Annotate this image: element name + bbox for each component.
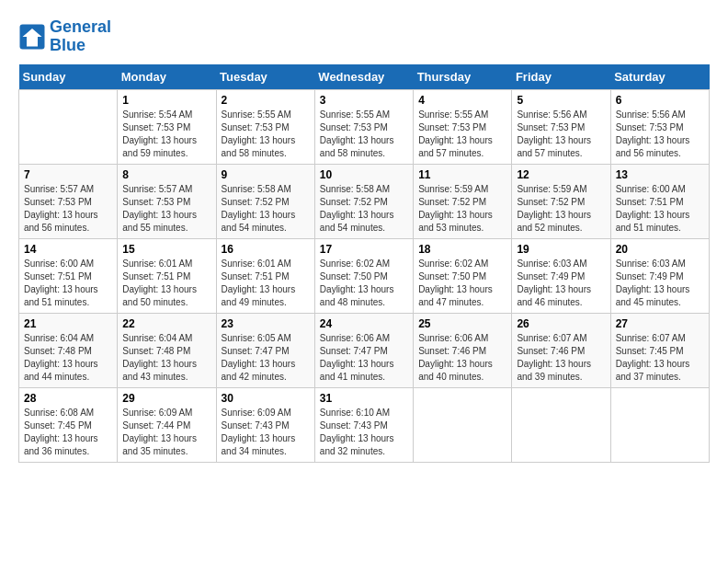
day-info: Sunrise: 5:56 AM Sunset: 7:53 PM Dayligh…: [517, 109, 605, 160]
day-number: 13: [616, 168, 704, 181]
calendar-cell: 21Sunrise: 6:04 AM Sunset: 7:48 PM Dayli…: [19, 313, 118, 387]
day-info: Sunrise: 6:05 AM Sunset: 7:47 PM Dayligh…: [222, 332, 310, 384]
day-info: Sunrise: 6:00 AM Sunset: 7:51 PM Dayligh…: [24, 258, 112, 309]
calendar-cell: 6Sunrise: 5:56 AM Sunset: 7:53 PM Daylig…: [610, 89, 709, 164]
day-number: 21: [24, 317, 112, 330]
logo-icon: [18, 23, 46, 51]
day-number: 16: [222, 243, 310, 256]
calendar-cell: [19, 89, 118, 164]
day-number: 7: [24, 168, 112, 181]
day-number: 22: [122, 317, 210, 330]
day-number: 8: [122, 168, 210, 181]
day-info: Sunrise: 5:58 AM Sunset: 7:52 PM Dayligh…: [222, 183, 310, 235]
day-number: 29: [122, 392, 210, 405]
day-number: 15: [122, 243, 210, 256]
calendar-cell: [610, 387, 709, 462]
day-number: 28: [24, 392, 112, 405]
logo-text: General Blue: [50, 18, 111, 55]
day-info: Sunrise: 6:01 AM Sunset: 7:51 PM Dayligh…: [122, 258, 210, 309]
calendar-cell: [414, 387, 512, 462]
calendar-cell: 27Sunrise: 6:07 AM Sunset: 7:45 PM Dayli…: [610, 313, 709, 387]
day-number: 11: [418, 168, 506, 181]
calendar-cell: 23Sunrise: 6:05 AM Sunset: 7:47 PM Dayli…: [216, 313, 314, 387]
col-header-monday: Monday: [118, 64, 216, 90]
calendar-cell: 30Sunrise: 6:09 AM Sunset: 7:43 PM Dayli…: [216, 387, 314, 462]
day-number: 24: [320, 317, 408, 330]
day-info: Sunrise: 5:54 AM Sunset: 7:53 PM Dayligh…: [122, 109, 210, 160]
day-info: Sunrise: 6:04 AM Sunset: 7:48 PM Dayligh…: [122, 332, 210, 384]
calendar-cell: 24Sunrise: 6:06 AM Sunset: 7:47 PM Dayli…: [314, 313, 413, 387]
calendar-cell: 3Sunrise: 5:55 AM Sunset: 7:53 PM Daylig…: [314, 89, 413, 164]
col-header-saturday: Saturday: [610, 64, 709, 90]
week-row-4: 21Sunrise: 6:04 AM Sunset: 7:48 PM Dayli…: [19, 313, 710, 387]
calendar-cell: 5Sunrise: 5:56 AM Sunset: 7:53 PM Daylig…: [512, 89, 610, 164]
col-header-wednesday: Wednesday: [314, 64, 413, 90]
day-number: 5: [517, 94, 605, 107]
col-header-thursday: Thursday: [414, 64, 512, 90]
day-info: Sunrise: 6:00 AM Sunset: 7:51 PM Dayligh…: [616, 183, 704, 235]
day-number: 20: [616, 243, 704, 256]
calendar-table: SundayMondayTuesdayWednesdayThursdayFrid…: [18, 64, 710, 463]
calendar-cell: 12Sunrise: 5:59 AM Sunset: 7:52 PM Dayli…: [512, 164, 610, 238]
day-info: Sunrise: 6:07 AM Sunset: 7:46 PM Dayligh…: [517, 332, 605, 384]
week-row-3: 14Sunrise: 6:00 AM Sunset: 7:51 PM Dayli…: [19, 238, 710, 313]
day-info: Sunrise: 5:57 AM Sunset: 7:53 PM Dayligh…: [122, 183, 210, 235]
day-number: 18: [418, 243, 506, 256]
calendar-cell: 2Sunrise: 5:55 AM Sunset: 7:53 PM Daylig…: [216, 89, 314, 164]
logo: General Blue: [18, 18, 111, 55]
calendar-cell: 26Sunrise: 6:07 AM Sunset: 7:46 PM Dayli…: [512, 313, 610, 387]
calendar-cell: 16Sunrise: 6:01 AM Sunset: 7:51 PM Dayli…: [216, 238, 314, 313]
day-info: Sunrise: 6:07 AM Sunset: 7:45 PM Dayligh…: [616, 332, 704, 384]
calendar-cell: 19Sunrise: 6:03 AM Sunset: 7:49 PM Dayli…: [512, 238, 610, 313]
calendar-cell: 7Sunrise: 5:57 AM Sunset: 7:53 PM Daylig…: [19, 164, 118, 238]
col-header-sunday: Sunday: [19, 64, 118, 90]
calendar-cell: 1Sunrise: 5:54 AM Sunset: 7:53 PM Daylig…: [118, 89, 216, 164]
calendar-cell: 9Sunrise: 5:58 AM Sunset: 7:52 PM Daylig…: [216, 164, 314, 238]
day-info: Sunrise: 6:09 AM Sunset: 7:44 PM Dayligh…: [122, 407, 210, 458]
day-info: Sunrise: 6:04 AM Sunset: 7:48 PM Dayligh…: [24, 332, 112, 384]
day-info: Sunrise: 6:01 AM Sunset: 7:51 PM Dayligh…: [222, 258, 310, 309]
day-number: 1: [122, 94, 210, 107]
col-header-friday: Friday: [512, 64, 610, 90]
day-number: 26: [517, 317, 605, 330]
calendar-cell: 10Sunrise: 5:58 AM Sunset: 7:52 PM Dayli…: [314, 164, 413, 238]
calendar-cell: 20Sunrise: 6:03 AM Sunset: 7:49 PM Dayli…: [610, 238, 709, 313]
day-number: 2: [222, 94, 310, 107]
day-info: Sunrise: 5:55 AM Sunset: 7:53 PM Dayligh…: [222, 109, 310, 160]
day-info: Sunrise: 5:58 AM Sunset: 7:52 PM Dayligh…: [320, 183, 408, 235]
day-number: 14: [24, 243, 112, 256]
day-info: Sunrise: 6:06 AM Sunset: 7:47 PM Dayligh…: [320, 332, 408, 384]
day-info: Sunrise: 5:55 AM Sunset: 7:53 PM Dayligh…: [320, 109, 408, 160]
day-info: Sunrise: 6:03 AM Sunset: 7:49 PM Dayligh…: [517, 258, 605, 309]
day-info: Sunrise: 6:10 AM Sunset: 7:43 PM Dayligh…: [320, 407, 408, 458]
day-number: 17: [320, 243, 408, 256]
calendar-cell: 22Sunrise: 6:04 AM Sunset: 7:48 PM Dayli…: [118, 313, 216, 387]
calendar-cell: 18Sunrise: 6:02 AM Sunset: 7:50 PM Dayli…: [414, 238, 512, 313]
calendar-cell: 4Sunrise: 5:55 AM Sunset: 7:53 PM Daylig…: [414, 89, 512, 164]
day-number: 9: [222, 168, 310, 181]
calendar-cell: 14Sunrise: 6:00 AM Sunset: 7:51 PM Dayli…: [19, 238, 118, 313]
day-info: Sunrise: 6:09 AM Sunset: 7:43 PM Dayligh…: [222, 407, 310, 458]
day-number: 25: [418, 317, 506, 330]
week-row-1: 1Sunrise: 5:54 AM Sunset: 7:53 PM Daylig…: [19, 89, 710, 164]
day-number: 4: [418, 94, 506, 107]
day-number: 31: [320, 392, 408, 405]
calendar-header-row: SundayMondayTuesdayWednesdayThursdayFrid…: [19, 64, 710, 90]
calendar-cell: 25Sunrise: 6:06 AM Sunset: 7:46 PM Dayli…: [414, 313, 512, 387]
day-info: Sunrise: 6:08 AM Sunset: 7:45 PM Dayligh…: [24, 407, 112, 458]
day-info: Sunrise: 5:56 AM Sunset: 7:53 PM Dayligh…: [616, 109, 704, 160]
day-number: 30: [222, 392, 310, 405]
page-header: General Blue: [18, 18, 710, 55]
day-info: Sunrise: 6:03 AM Sunset: 7:49 PM Dayligh…: [616, 258, 704, 309]
day-number: 3: [320, 94, 408, 107]
day-info: Sunrise: 5:59 AM Sunset: 7:52 PM Dayligh…: [418, 183, 506, 235]
col-header-tuesday: Tuesday: [216, 64, 314, 90]
day-number: 10: [320, 168, 408, 181]
calendar-cell: 31Sunrise: 6:10 AM Sunset: 7:43 PM Dayli…: [314, 387, 413, 462]
day-number: 23: [222, 317, 310, 330]
calendar-cell: 13Sunrise: 6:00 AM Sunset: 7:51 PM Dayli…: [610, 164, 709, 238]
calendar-cell: 29Sunrise: 6:09 AM Sunset: 7:44 PM Dayli…: [118, 387, 216, 462]
calendar-cell: 8Sunrise: 5:57 AM Sunset: 7:53 PM Daylig…: [118, 164, 216, 238]
day-info: Sunrise: 6:06 AM Sunset: 7:46 PM Dayligh…: [418, 332, 506, 384]
day-number: 27: [616, 317, 704, 330]
